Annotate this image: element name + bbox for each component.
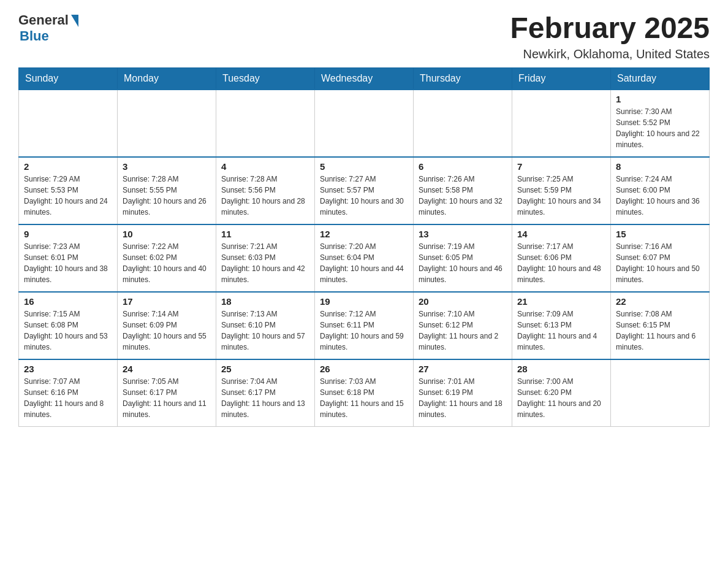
header-friday: Friday xyxy=(512,67,611,90)
day-sun-info: Sunrise: 7:12 AMSunset: 6:11 PMDaylight:… xyxy=(320,308,408,353)
day-sun-info: Sunrise: 7:30 AMSunset: 5:52 PMDaylight:… xyxy=(616,106,704,150)
page-header: General Blue February 2025 Newkirk, Okla… xyxy=(18,12,710,61)
calendar-cell: 3Sunrise: 7:28 AMSunset: 5:55 PMDaylight… xyxy=(118,157,216,224)
day-sun-info: Sunrise: 7:15 AMSunset: 6:08 PMDaylight:… xyxy=(24,308,112,353)
day-sun-info: Sunrise: 7:24 AMSunset: 6:00 PMDaylight:… xyxy=(616,174,704,218)
day-number: 6 xyxy=(419,161,507,172)
header-saturday: Saturday xyxy=(611,67,710,90)
calendar-cell: 10Sunrise: 7:22 AMSunset: 6:02 PMDayligh… xyxy=(118,224,216,292)
calendar-cell: 13Sunrise: 7:19 AMSunset: 6:05 PMDayligh… xyxy=(414,224,512,292)
calendar-cell: 16Sunrise: 7:15 AMSunset: 6:08 PMDayligh… xyxy=(19,292,118,359)
day-sun-info: Sunrise: 7:10 AMSunset: 6:12 PMDaylight:… xyxy=(419,308,507,353)
day-sun-info: Sunrise: 7:04 AMSunset: 6:17 PMDaylight:… xyxy=(221,376,309,420)
calendar-cell xyxy=(118,90,216,157)
location-text: Newkirk, Oklahoma, United States xyxy=(510,47,710,61)
day-number: 11 xyxy=(221,229,309,239)
day-sun-info: Sunrise: 7:28 AMSunset: 5:56 PMDaylight:… xyxy=(221,174,309,218)
logo: General Blue xyxy=(18,12,78,44)
day-number: 14 xyxy=(517,229,605,239)
day-number: 23 xyxy=(24,364,112,374)
calendar-cell: 17Sunrise: 7:14 AMSunset: 6:09 PMDayligh… xyxy=(118,292,216,359)
day-number: 16 xyxy=(24,296,112,307)
day-sun-info: Sunrise: 7:27 AMSunset: 5:57 PMDaylight:… xyxy=(320,174,408,218)
day-sun-info: Sunrise: 7:08 AMSunset: 6:15 PMDaylight:… xyxy=(616,308,704,353)
calendar-cell: 24Sunrise: 7:05 AMSunset: 6:17 PMDayligh… xyxy=(118,359,216,427)
calendar-cell: 26Sunrise: 7:03 AMSunset: 6:18 PMDayligh… xyxy=(315,359,414,427)
calendar-cell: 9Sunrise: 7:23 AMSunset: 6:01 PMDaylight… xyxy=(19,224,118,292)
calendar-cell xyxy=(414,90,512,157)
day-number: 13 xyxy=(419,229,507,239)
week-row-2: 2Sunrise: 7:29 AMSunset: 5:53 PMDaylight… xyxy=(19,157,710,224)
day-sun-info: Sunrise: 7:03 AMSunset: 6:18 PMDaylight:… xyxy=(320,376,408,420)
calendar-cell: 4Sunrise: 7:28 AMSunset: 5:56 PMDaylight… xyxy=(216,157,315,224)
week-row-1: 1Sunrise: 7:30 AMSunset: 5:52 PMDaylight… xyxy=(19,90,710,157)
calendar-cell: 14Sunrise: 7:17 AMSunset: 6:06 PMDayligh… xyxy=(512,224,611,292)
day-number: 8 xyxy=(616,161,704,172)
calendar-cell xyxy=(19,90,118,157)
calendar-cell: 23Sunrise: 7:07 AMSunset: 6:16 PMDayligh… xyxy=(19,359,118,427)
header-tuesday: Tuesday xyxy=(216,67,315,90)
calendar-cell: 18Sunrise: 7:13 AMSunset: 6:10 PMDayligh… xyxy=(216,292,315,359)
day-number: 2 xyxy=(24,161,112,172)
week-row-3: 9Sunrise: 7:23 AMSunset: 6:01 PMDaylight… xyxy=(19,224,710,292)
day-sun-info: Sunrise: 7:21 AMSunset: 6:03 PMDaylight:… xyxy=(221,241,309,285)
day-number: 18 xyxy=(221,296,309,307)
day-number: 12 xyxy=(320,229,408,239)
header-wednesday: Wednesday xyxy=(315,67,414,90)
calendar-cell xyxy=(611,359,710,427)
day-sun-info: Sunrise: 7:25 AMSunset: 5:59 PMDaylight:… xyxy=(517,174,605,218)
day-sun-info: Sunrise: 7:00 AMSunset: 6:20 PMDaylight:… xyxy=(517,376,605,420)
day-number: 22 xyxy=(616,296,704,307)
day-number: 4 xyxy=(221,161,309,172)
calendar-cell: 25Sunrise: 7:04 AMSunset: 6:17 PMDayligh… xyxy=(216,359,315,427)
day-number: 20 xyxy=(419,296,507,307)
day-sun-info: Sunrise: 7:14 AMSunset: 6:09 PMDaylight:… xyxy=(123,308,211,353)
day-number: 26 xyxy=(320,364,408,374)
week-row-4: 16Sunrise: 7:15 AMSunset: 6:08 PMDayligh… xyxy=(19,292,710,359)
day-number: 1 xyxy=(616,94,704,104)
calendar-cell: 27Sunrise: 7:01 AMSunset: 6:19 PMDayligh… xyxy=(414,359,512,427)
day-number: 15 xyxy=(616,229,704,239)
day-number: 24 xyxy=(123,364,211,374)
day-sun-info: Sunrise: 7:13 AMSunset: 6:10 PMDaylight:… xyxy=(221,308,309,353)
day-number: 9 xyxy=(24,229,112,239)
header-thursday: Thursday xyxy=(414,67,512,90)
day-sun-info: Sunrise: 7:23 AMSunset: 6:01 PMDaylight:… xyxy=(24,241,112,285)
logo-blue-text: Blue xyxy=(20,28,49,44)
day-number: 25 xyxy=(221,364,309,374)
calendar-cell: 22Sunrise: 7:08 AMSunset: 6:15 PMDayligh… xyxy=(611,292,710,359)
day-sun-info: Sunrise: 7:05 AMSunset: 6:17 PMDaylight:… xyxy=(123,376,211,420)
day-sun-info: Sunrise: 7:26 AMSunset: 5:58 PMDaylight:… xyxy=(419,174,507,218)
day-sun-info: Sunrise: 7:09 AMSunset: 6:13 PMDaylight:… xyxy=(517,308,605,353)
day-sun-info: Sunrise: 7:17 AMSunset: 6:06 PMDaylight:… xyxy=(517,241,605,285)
day-number: 17 xyxy=(123,296,211,307)
day-sun-info: Sunrise: 7:07 AMSunset: 6:16 PMDaylight:… xyxy=(24,376,112,420)
day-sun-info: Sunrise: 7:29 AMSunset: 5:53 PMDaylight:… xyxy=(24,174,112,218)
calendar-cell: 11Sunrise: 7:21 AMSunset: 6:03 PMDayligh… xyxy=(216,224,315,292)
calendar-cell xyxy=(315,90,414,157)
day-number: 10 xyxy=(123,229,211,239)
title-block: February 2025 Newkirk, Oklahoma, United … xyxy=(510,12,710,61)
calendar-cell: 1Sunrise: 7:30 AMSunset: 5:52 PMDaylight… xyxy=(611,90,710,157)
logo-general-text: General xyxy=(18,12,69,28)
calendar-cell: 8Sunrise: 7:24 AMSunset: 6:00 PMDaylight… xyxy=(611,157,710,224)
calendar-cell: 2Sunrise: 7:29 AMSunset: 5:53 PMDaylight… xyxy=(19,157,118,224)
day-sun-info: Sunrise: 7:01 AMSunset: 6:19 PMDaylight:… xyxy=(419,376,507,420)
calendar-cell: 12Sunrise: 7:20 AMSunset: 6:04 PMDayligh… xyxy=(315,224,414,292)
week-row-5: 23Sunrise: 7:07 AMSunset: 6:16 PMDayligh… xyxy=(19,359,710,427)
day-number: 3 xyxy=(123,161,211,172)
day-number: 28 xyxy=(517,364,605,374)
day-sun-info: Sunrise: 7:20 AMSunset: 6:04 PMDaylight:… xyxy=(320,241,408,285)
day-number: 21 xyxy=(517,296,605,307)
calendar-cell: 6Sunrise: 7:26 AMSunset: 5:58 PMDaylight… xyxy=(414,157,512,224)
day-number: 7 xyxy=(517,161,605,172)
day-number: 27 xyxy=(419,364,507,374)
calendar-cell xyxy=(216,90,315,157)
calendar-cell: 19Sunrise: 7:12 AMSunset: 6:11 PMDayligh… xyxy=(315,292,414,359)
calendar-cell: 5Sunrise: 7:27 AMSunset: 5:57 PMDaylight… xyxy=(315,157,414,224)
day-sun-info: Sunrise: 7:28 AMSunset: 5:55 PMDaylight:… xyxy=(123,174,211,218)
weekday-header-row: Sunday Monday Tuesday Wednesday Thursday… xyxy=(19,67,710,90)
calendar-cell: 28Sunrise: 7:00 AMSunset: 6:20 PMDayligh… xyxy=(512,359,611,427)
day-sun-info: Sunrise: 7:19 AMSunset: 6:05 PMDaylight:… xyxy=(419,241,507,285)
logo-arrow-icon xyxy=(71,15,78,27)
